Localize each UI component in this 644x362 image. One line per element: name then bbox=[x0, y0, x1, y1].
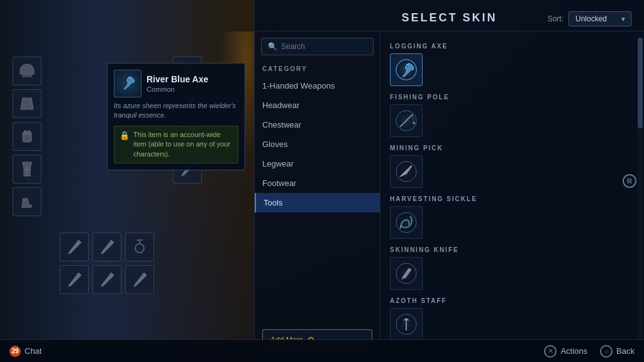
item-row-skinning-knife bbox=[390, 257, 635, 290]
r-button-indicator: R bbox=[623, 174, 636, 188]
content-area: 🔍 CATEGORY 1-Handed Weapons Headwear Che… bbox=[255, 31, 644, 356]
item-category-harvesting-sickle-header: HARVESTING SICKLE bbox=[390, 190, 635, 206]
items-panel[interactable]: LOGGING AXE bbox=[380, 31, 644, 356]
svg-rect-0 bbox=[23, 74, 31, 77]
search-bar[interactable]: 🔍 bbox=[261, 38, 374, 55]
item-slot-skinning-knife-1[interactable] bbox=[390, 257, 423, 290]
category-panel: 🔍 CATEGORY 1-Handed Weapons Headwear Che… bbox=[255, 31, 380, 356]
item-row-fishing-pole bbox=[390, 104, 635, 137]
item-category-fishing-pole-header: FISHING POLE bbox=[390, 89, 635, 104]
back-label: Back bbox=[616, 346, 635, 356]
svg-point-8 bbox=[135, 244, 144, 253]
equip-slot-feet[interactable] bbox=[13, 187, 42, 216]
search-input[interactable] bbox=[281, 42, 367, 51]
item-category-skinning-knife-header: SKINNING KNIFE bbox=[390, 241, 635, 257]
bottom-bar-actions: ✕ Actions ○ Back bbox=[544, 345, 635, 358]
item-slot-fishing-pole-1[interactable] bbox=[390, 104, 423, 137]
panel-scrollbar-thumb bbox=[638, 38, 643, 128]
tooltip-account-wide: 🔒 This item is an account-wide item (abl… bbox=[114, 126, 238, 163]
bottom-bar: 29 Chat ✕ Actions ○ Back bbox=[0, 339, 644, 362]
category-item-legwear[interactable]: Legwear bbox=[255, 154, 380, 173]
item-slot-mining-pick-1[interactable] bbox=[390, 155, 423, 188]
sort-label: Sort: bbox=[548, 14, 564, 23]
actions-icon: ✕ bbox=[544, 345, 557, 358]
actions-button[interactable]: ✕ Actions bbox=[544, 345, 587, 358]
item-category-mining-pick-header: MINING PICK bbox=[390, 140, 635, 155]
sort-dropdown[interactable]: Unlocked All Recent bbox=[569, 11, 631, 26]
panel-scrollbar[interactable] bbox=[638, 38, 643, 339]
tooltip-header: River Blue Axe Common bbox=[114, 70, 238, 97]
panel-header: SELECT SKIN Sort: Unlocked All Recent ▼ bbox=[255, 0, 644, 31]
chat-badge: 29 bbox=[9, 346, 21, 357]
item-row-azoth-staff bbox=[390, 308, 635, 341]
tooltip-description: Its azure sheen represents the wielder's… bbox=[114, 101, 238, 121]
svg-rect-5 bbox=[24, 170, 27, 176]
equip-slot-bag1[interactable] bbox=[60, 265, 89, 294]
main-panel: SELECT SKIN Sort: Unlocked All Recent ▼ … bbox=[254, 0, 644, 362]
category-item-gloves[interactable]: Gloves bbox=[255, 134, 380, 154]
actions-label: Actions bbox=[560, 346, 587, 356]
equip-slot-helm[interactable] bbox=[13, 57, 42, 85]
item-slot-azoth-staff-1[interactable] bbox=[390, 308, 423, 341]
category-list: 1-Handed Weapons Headwear Chestwear Glov… bbox=[255, 76, 380, 324]
category-item-tools[interactable]: Tools bbox=[255, 193, 380, 212]
equip-slot-ring2[interactable] bbox=[92, 233, 121, 261]
svg-point-17 bbox=[396, 212, 416, 233]
item-row-mining-pick bbox=[390, 155, 635, 188]
back-icon: ○ bbox=[600, 345, 613, 358]
search-icon: 🔍 bbox=[268, 42, 277, 51]
svg-rect-6 bbox=[27, 170, 30, 176]
equip-slot-chest[interactable] bbox=[13, 89, 42, 118]
equip-slot-bag2[interactable] bbox=[92, 265, 121, 294]
item-slot-harvesting-sickle-1[interactable] bbox=[390, 206, 423, 239]
tooltip-text-block: River Blue Axe Common bbox=[147, 74, 208, 93]
svg-point-14 bbox=[413, 122, 415, 124]
svg-rect-3 bbox=[24, 131, 26, 134]
equipment-slots-left bbox=[13, 57, 42, 216]
equip-slot-amulet[interactable] bbox=[125, 233, 154, 261]
sort-dropdown-wrapper: Unlocked All Recent ▼ bbox=[569, 11, 631, 26]
tooltip-item-name: River Blue Axe bbox=[147, 74, 208, 84]
back-button[interactable]: ○ Back bbox=[600, 345, 635, 358]
account-wide-icon: 🔒 bbox=[119, 131, 130, 140]
item-row-harvesting-sickle bbox=[390, 206, 635, 239]
item-category-azoth-staff-header: AZOTH STAFF bbox=[390, 292, 635, 308]
svg-rect-4 bbox=[28, 131, 30, 134]
chat-button[interactable]: 29 Chat bbox=[9, 346, 42, 357]
category-label: CATEGORY bbox=[255, 62, 380, 76]
equipment-slots-bottom bbox=[60, 233, 154, 294]
category-item-chestwear[interactable]: Chestwear bbox=[255, 115, 380, 134]
equip-slot-legs[interactable] bbox=[13, 155, 42, 184]
character-area bbox=[0, 0, 258, 362]
equip-slot-bag3[interactable] bbox=[125, 265, 154, 294]
tooltip-item-rarity: Common bbox=[147, 85, 208, 93]
item-category-logging-axe-header: LOGGING AXE bbox=[390, 38, 635, 53]
equip-slot-hands[interactable] bbox=[13, 122, 42, 151]
item-slot-logging-axe-1[interactable] bbox=[390, 53, 423, 86]
tooltip-account-text: This item is an account-wide item (able … bbox=[133, 130, 233, 159]
sort-area: Sort: Unlocked All Recent ▼ bbox=[548, 11, 631, 26]
tooltip-popup: River Blue Axe Common Its azure sheen re… bbox=[107, 63, 245, 170]
category-item-footwear[interactable]: Footwear bbox=[255, 173, 380, 193]
category-item-headwear[interactable]: Headwear bbox=[255, 96, 380, 115]
tooltip-item-icon bbox=[114, 70, 142, 97]
chat-label: Chat bbox=[25, 346, 42, 356]
equip-slot-ring1[interactable] bbox=[60, 233, 89, 261]
item-row-logging-axe bbox=[390, 53, 635, 86]
category-item-1handed[interactable]: 1-Handed Weapons bbox=[255, 76, 380, 96]
